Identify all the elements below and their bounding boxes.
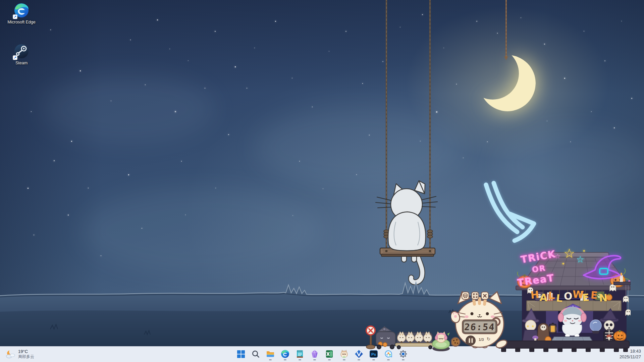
refresh-icon[interactable]: ↻ bbox=[487, 337, 490, 342]
banner-letter: O bbox=[564, 291, 573, 302]
train-cat-icon bbox=[376, 327, 395, 349]
star-icon: ☆ bbox=[555, 253, 560, 259]
taskbar-start-button[interactable] bbox=[234, 347, 248, 361]
taskbar-edge[interactable] bbox=[278, 347, 292, 361]
taskbar-file-explorer[interactable] bbox=[264, 347, 277, 361]
star-icon: ✦ bbox=[582, 249, 586, 253]
train-mode-button[interactable] bbox=[462, 292, 469, 300]
star-icon: ✦ bbox=[561, 262, 565, 266]
taskbar-weather-widget[interactable]: 19°C 局部多云 bbox=[3, 348, 36, 361]
search-icon bbox=[252, 350, 260, 358]
expand-button[interactable] bbox=[471, 292, 479, 300]
desktop-icon-edge[interactable]: ↗ Microsoft Edge bbox=[5, 3, 38, 25]
swing-ropes bbox=[384, 0, 433, 252]
banner-letter: E bbox=[590, 290, 598, 300]
svg-text:★: ★ bbox=[531, 324, 535, 328]
taskbar-notepad[interactable] bbox=[293, 347, 307, 361]
stop-sign-icon bbox=[366, 326, 375, 349]
close-button[interactable] bbox=[481, 292, 489, 300]
cycle-counter: 1/3 bbox=[479, 338, 484, 342]
tray-date: 2025/11/27 bbox=[620, 354, 641, 360]
cat-pet-icon bbox=[340, 350, 348, 358]
banner-letter: A bbox=[539, 292, 548, 303]
moon-clouds-icon bbox=[5, 349, 15, 359]
cat-whiskers bbox=[376, 196, 437, 208]
banner-letter: N bbox=[599, 293, 608, 303]
shortcut-arrow-icon: ↗ bbox=[13, 14, 17, 19]
edge-icon bbox=[281, 350, 289, 358]
moon-rope bbox=[504, 0, 508, 60]
desktop-icon-label: Microsoft Edge bbox=[5, 20, 38, 25]
crystal-icon bbox=[310, 350, 319, 358]
cat-head bbox=[391, 189, 422, 220]
cat-train-widget[interactable] bbox=[364, 325, 450, 352]
timer-display: 26:54 bbox=[464, 321, 496, 332]
weather-condition: 局部多云 bbox=[18, 354, 34, 359]
halloween-pet-widget[interactable]: ★★ bbox=[496, 250, 631, 354]
cat-train-scene bbox=[364, 325, 450, 352]
taskbar-excel[interactable] bbox=[323, 347, 336, 361]
taskbar-cat-pet-app[interactable] bbox=[337, 347, 351, 361]
windows-start-icon bbox=[237, 350, 245, 358]
shortcut-arrow-icon: ↗ bbox=[13, 55, 17, 60]
notepad-icon bbox=[296, 350, 304, 358]
taskbar-crystal-app[interactable] bbox=[308, 347, 321, 361]
bench-cats-icon bbox=[395, 332, 434, 349]
weather-temperature: 19°C bbox=[18, 349, 34, 354]
banner-letter: L bbox=[556, 293, 563, 304]
visio-icon bbox=[355, 350, 363, 358]
file-explorer-icon bbox=[266, 350, 275, 358]
desktop-icon-steam[interactable]: ↗ Steam bbox=[5, 44, 38, 66]
excel-icon bbox=[325, 350, 334, 358]
banner-letter: L bbox=[548, 291, 555, 301]
cat-tail bbox=[411, 247, 422, 282]
lantern-icon bbox=[549, 323, 557, 334]
taskbar-search-button[interactable] bbox=[249, 347, 262, 361]
cat-ears bbox=[393, 181, 425, 198]
taskbar-visio[interactable] bbox=[352, 347, 366, 361]
banner-letter: E bbox=[582, 292, 590, 303]
close-icon bbox=[483, 294, 487, 298]
arrow-doodle bbox=[486, 183, 534, 241]
sleeping-cat-icon bbox=[432, 332, 450, 351]
banner-letter: H bbox=[530, 290, 540, 300]
train-icon bbox=[463, 293, 468, 298]
star-icon: ☆ bbox=[564, 247, 575, 260]
desktop-icon-label: Steam bbox=[5, 61, 38, 66]
pomodoro-cat-widget[interactable]: 26:54 1/3 ↻ bbox=[451, 288, 508, 350]
desktop: ↗ Microsoft Edge ↗ Steam bbox=[0, 0, 644, 362]
crescent-moon bbox=[479, 55, 536, 111]
swing-seat bbox=[380, 248, 435, 256]
cat-body bbox=[388, 212, 426, 251]
expand-icon bbox=[473, 293, 478, 298]
svg-text:★: ★ bbox=[526, 324, 530, 328]
star-icon: ☆ bbox=[576, 255, 584, 264]
svg-text:Ps: Ps bbox=[371, 352, 376, 356]
cat-legs bbox=[401, 245, 417, 262]
